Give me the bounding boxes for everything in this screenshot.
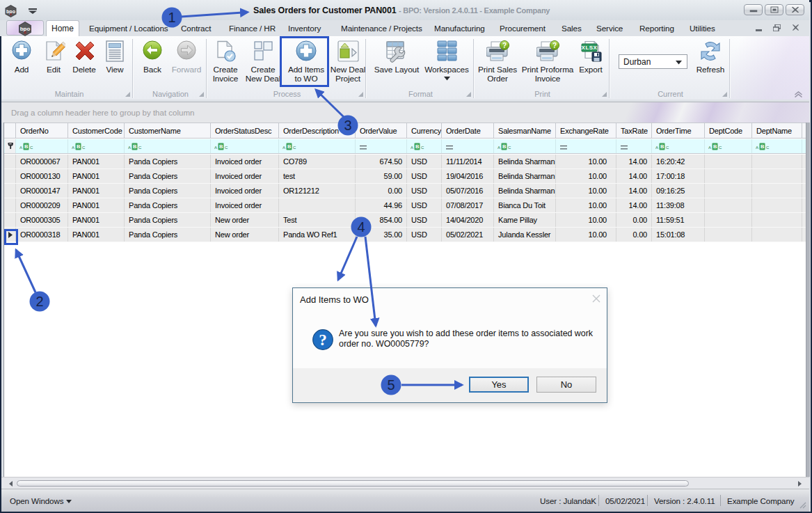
svg-text:A: A — [214, 145, 217, 150]
svg-text:C: C — [138, 145, 142, 150]
svg-text:A: A — [708, 145, 711, 150]
svg-text:B: B — [713, 143, 717, 150]
svg-text:C: C — [82, 145, 86, 150]
svg-text:A: A — [128, 145, 131, 150]
svg-text:A: A — [411, 145, 413, 150]
svg-text:A: A — [72, 145, 74, 150]
svg-text:A: A — [655, 145, 658, 150]
svg-text:?: ? — [319, 331, 327, 349]
svg-text:?: ? — [502, 42, 507, 49]
svg-text:B: B — [133, 143, 137, 150]
svg-text:C: C — [666, 145, 669, 150]
svg-text:A: A — [282, 145, 285, 150]
svg-text:C: C — [421, 145, 424, 150]
svg-text:C: C — [225, 145, 228, 150]
svg-text:A: A — [497, 145, 500, 150]
svg-text:C: C — [30, 145, 33, 150]
svg-text:XLSX: XLSX — [582, 45, 598, 51]
svg-text:B: B — [77, 143, 81, 150]
svg-text:A: A — [19, 145, 22, 150]
svg-text:B: B — [660, 143, 664, 150]
svg-text:B: B — [287, 143, 292, 150]
svg-text:B: B — [502, 143, 507, 150]
svg-text:B: B — [761, 143, 765, 150]
svg-text:bpo: bpo — [20, 26, 31, 32]
svg-text:C: C — [293, 145, 296, 150]
svg-text:C: C — [766, 145, 770, 150]
svg-text:A: A — [756, 145, 758, 150]
svg-text:C: C — [508, 145, 511, 150]
svg-text:B: B — [219, 143, 223, 150]
svg-text:?: ? — [552, 42, 557, 49]
svg-text:B: B — [24, 143, 29, 150]
svg-text:B: B — [415, 143, 420, 150]
svg-text:C: C — [719, 145, 722, 150]
